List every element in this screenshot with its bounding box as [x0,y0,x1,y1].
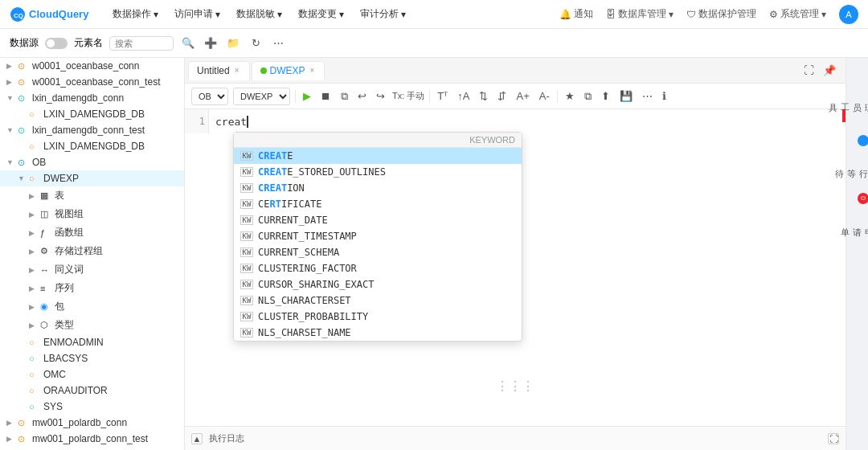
fontsize-up-button[interactable]: A+ [514,88,531,104]
nav-sys-manage[interactable]: ⚙ 系统管理 ▾ [769,7,826,21]
nav-data-protect[interactable]: 🛡 数据保护管理 [686,7,756,21]
autocomplete-item-nls-charset-name[interactable]: KW NLS_CHARSET_NAME [234,325,522,341]
search-button[interactable]: 🔍 [180,35,196,51]
sidebar-item-oraauditor[interactable]: ○ ORAAUDITOR [0,382,184,399]
nav-item-desensitize[interactable]: 数据脱敏 ▾ [230,4,289,24]
datasource-toggle[interactable] [45,38,68,49]
right-panel-admin-tools[interactable]: 管理员工具 [850,64,866,129]
type-icon: ⬡ [40,320,51,330]
tree-arrow: ▼ [6,158,14,166]
search-input[interactable] [109,36,174,51]
nav-item-access[interactable]: 访问申请 ▾ [168,4,227,24]
syn-icon: ↔ [40,265,51,275]
autocomplete-item-creation[interactable]: KW CREATION [234,180,522,196]
sidebar-item-w0001-oceanbase-test[interactable]: ▶ ⊙ w0001_oceanbase_conn_test [0,74,184,90]
undo-button[interactable]: ↩ [355,88,369,104]
format-button[interactable]: Tᵀ [435,88,450,104]
right-panel-run-wait[interactable]: 运行等待 [850,138,866,186]
sidebar-item-lxin-damengdb-test[interactable]: ▼ ⊙ lxin_damengdb_conn_test [0,122,184,138]
tree-arrow: ▶ [29,303,37,311]
pin-button[interactable]: 📌 [821,63,837,79]
autocomplete-item-current-timestamp[interactable]: KW CURRENT_TIMESTAMP [234,228,522,244]
sidebar-item-seq[interactable]: ▶ ≡ 序列 [0,279,184,297]
toolbar-separator [295,90,296,103]
db-selector[interactable]: OB [191,88,228,105]
autocomplete-item-certificate[interactable]: KW CERTIFICATE [234,196,522,212]
sidebar-item-mw001-polardb-test[interactable]: ▶ ⊙ mw001_polardb_conn_test [0,431,184,447]
autocomplete-item-nls-characterset[interactable]: KW NLS_CHARACTERSET [234,292,522,309]
run-button[interactable]: ▶ [301,88,313,104]
sidebar-item-enmoadmin[interactable]: ○ ENMOADMIN [0,334,184,350]
avatar[interactable]: A [839,5,858,24]
error-marker [842,109,845,122]
sidebar-item-pkg[interactable]: ▶ ◉ 包 [0,297,184,316]
log-expand-button[interactable]: ▲ [191,433,203,444]
sidebar-item-sys[interactable]: ○ SYS [0,399,184,415]
nav-item-change[interactable]: 数据变更 ▾ [292,4,350,24]
schema-icon: ○ [29,354,40,363]
autocomplete-dropdown: KEYWORD KW CREATE KW CREATE_STORED_OUTLI… [233,132,522,342]
add-button[interactable]: ➕ [203,35,219,51]
autocomplete-item-cursor-sharing-exact[interactable]: KW CURSOR_SHARING_EXACT [234,276,522,292]
fontsize-down-button[interactable]: A- [537,88,552,104]
autocomplete-item-clustering-factor[interactable]: KW CLUSTERING_FACTOR [234,260,522,276]
nav-item-audit[interactable]: 审计分析 ▾ [354,4,412,24]
view-icon: ◫ [40,209,51,219]
autocomplete-item-cluster-probability[interactable]: KW CLUSTER_PROBABILITY [234,309,522,325]
proc-icon: ⚙ [40,246,51,256]
tab-dwexp[interactable]: DWEXP × [252,61,326,80]
redo-button[interactable]: ↪ [374,88,387,104]
maximize-button[interactable]: ⛶ [800,63,817,79]
sidebar-item-view[interactable]: ▶ ◫ 视图组 [0,205,184,223]
sidebar-item-w0001-oceanbase[interactable]: ▶ ⊙ w0001_oceanbase_conn [0,58,184,74]
nav-notify[interactable]: 🔔 通知 [559,7,593,21]
autocomplete-item-create-stored[interactable]: KW CREATE_STORED_OUTLINES [234,164,522,180]
copy2-button[interactable]: ⧉ [582,88,594,104]
tab-close-dwexp[interactable]: × [309,66,317,75]
info-button[interactable]: ℹ [660,88,669,104]
sidebar-item-lxin-damengdb[interactable]: ▼ ⊙ lxin_damengdb_conn [0,90,184,106]
stop-button[interactable]: ⏹ [318,88,334,104]
sort-asc-button[interactable]: ⇅ [477,88,490,104]
logo[interactable]: CQ CloudQuery [10,6,90,22]
nav-db-manage[interactable]: 🗄 数据库管理 ▾ [606,7,674,21]
tab-untitled[interactable]: Untitled × [188,61,250,80]
schema-selector[interactable]: DWEXP [233,88,290,105]
sidebar-item-lbacsys[interactable]: ○ LBACSYS [0,350,184,366]
autocomplete-item-current-date[interactable]: KW CURRENT_DATE [234,212,522,228]
autocomplete-item-create[interactable]: KW CREATE [234,148,522,164]
db-icon: ⊙ [18,158,29,168]
sidebar-item-omc[interactable]: ○ OMC [0,366,184,382]
refresh-button[interactable]: ↻ [248,35,264,51]
sidebar-item-proc[interactable]: ▶ ⚙ 存储过程组 [0,242,184,260]
sidebar-item-lxin-db[interactable]: ○ LXIN_DAMENGDB_DB [0,106,184,122]
sidebar-item-lxin-db2[interactable]: ○ LXIN_DAMENGDB_DB [0,138,184,154]
folder-icon[interactable]: 📁 [225,35,241,51]
shield-icon: 🛡 [686,9,696,20]
resize-dots[interactable]: ⋮⋮⋮ [496,378,534,394]
star-button[interactable]: ★ [563,88,577,104]
more2-button[interactable]: ⋯ [640,88,655,104]
export-button[interactable]: ⬆ [599,88,612,104]
sort-desc-button[interactable]: ⇵ [495,88,509,104]
right-panel-order[interactable]: 申请单 0 [850,196,866,244]
sidebar-item-syn[interactable]: ▶ ↔ 同义词 [0,260,184,279]
sidebar-item-ob[interactable]: ▼ ⊙ OB [0,154,184,170]
more-button[interactable]: ⋯ [270,35,286,51]
schema-icon: ○ [29,386,40,395]
code-line-1[interactable]: creat [185,109,845,134]
sidebar-item-dwexp[interactable]: ▼ ○ DWEXP [0,170,184,186]
tab-close-untitled[interactable]: × [233,66,241,75]
nav-item-data-ops[interactable]: 数据操作 ▾ [106,4,165,24]
sidebar-item-type[interactable]: ▶ ⬡ 类型 [0,316,184,334]
autocomplete-item-current-schema[interactable]: KW CURRENT_SCHEMA [234,244,522,260]
log-maximize-button[interactable]: ⛶ [828,433,839,444]
code-area[interactable]: 1 creat KEYWORD KW CREATE [185,109,845,426]
copy-button[interactable]: ⧉ [338,88,350,104]
tree-arrow: ▶ [29,321,37,329]
uppercase-button[interactable]: ↑A [455,88,472,104]
sidebar-item-func[interactable]: ▶ ƒ 函数组 [0,223,184,242]
save-button[interactable]: 💾 [617,88,635,104]
sidebar-item-mw001-polardb[interactable]: ▶ ⊙ mw001_polardb_conn [0,415,184,431]
sidebar-item-table[interactable]: ▶ ▦ 表 [0,186,184,205]
